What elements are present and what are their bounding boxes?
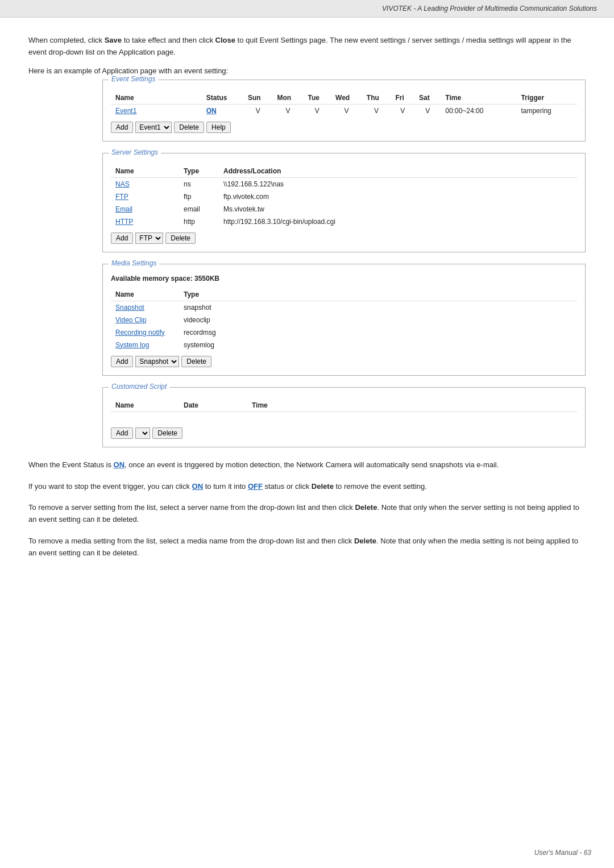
customized-script-title: Customized Script	[109, 383, 169, 391]
script-col-date: Date	[179, 399, 247, 412]
media-settings-title: Media Settings	[109, 259, 159, 267]
media-name-cell: Snapshot	[111, 301, 179, 314]
available-memory: Available memory space: 3550KB	[111, 275, 577, 283]
server-controls: Add FTP Delete	[111, 232, 577, 244]
media-settings-table: Name Type Snapshot snapshot Video Clip v…	[111, 288, 577, 351]
media-name-cell: System log	[111, 339, 179, 351]
media-name-cell: Video Clip	[111, 314, 179, 326]
server-type-cell: ns	[179, 177, 219, 190]
event-trigger-cell: tampering	[516, 104, 577, 117]
event-col-status: Status	[202, 92, 243, 105]
media-delete-button[interactable]: Delete	[181, 356, 211, 367]
media-col-name: Name	[111, 288, 179, 301]
server-name-cell: Email	[111, 203, 179, 215]
event-help-button[interactable]: Help	[206, 122, 231, 133]
server-select[interactable]: FTP	[135, 232, 163, 244]
server-name-cell: FTP	[111, 190, 179, 203]
event-mon-cell: V	[272, 104, 303, 117]
event-col-time: Time	[441, 92, 516, 105]
event-time-cell: 00:00~24:00	[441, 104, 516, 117]
media-select[interactable]: Snapshot	[135, 356, 179, 367]
media-col-type: Type	[179, 288, 577, 301]
server-settings-title: Server Settings	[109, 148, 161, 156]
server-settings-table: Name Type Address/Location NAS ns \\192.…	[111, 165, 577, 228]
server-address-cell: \\192.168.5.122\nas	[219, 177, 577, 190]
event-col-fri: Fri	[391, 92, 414, 105]
media-type-cell: snapshot	[179, 301, 577, 314]
event-name-cell: Event1	[111, 104, 202, 117]
media-type-cell: systemlog	[179, 339, 577, 351]
event-settings-table: Name Status Sun Mon Tue Wed Thu Fri Sat …	[111, 92, 577, 117]
event-thu-cell: V	[362, 104, 391, 117]
media-settings-panel: Media Settings Available memory space: 3…	[102, 264, 586, 376]
main-content: When completed, click Save to take effec…	[0, 18, 614, 605]
event-controls: Add Event1 Delete Help	[111, 122, 577, 133]
bottom-para3: To remove a server setting from the list…	[28, 501, 586, 526]
server-col-address: Address/Location	[219, 165, 577, 178]
event-settings-title: Event Settings	[109, 75, 158, 83]
server-col-type: Type	[179, 165, 219, 178]
script-add-button[interactable]: Add	[111, 427, 133, 439]
server-address-cell: ftp.vivotek.com	[219, 190, 577, 203]
event-sat-cell: V	[414, 104, 441, 117]
event-delete-button[interactable]: Delete	[174, 122, 204, 133]
server-name-cell: NAS	[111, 177, 179, 190]
server-name-link[interactable]: HTTP	[115, 218, 133, 226]
server-name-link[interactable]: NAS	[115, 180, 130, 188]
media-name-link[interactable]: System log	[115, 341, 149, 349]
server-type-cell: email	[179, 203, 219, 215]
media-name-link[interactable]: Video Clip	[115, 316, 146, 324]
bottom-para4: To remove a media setting from the list,…	[28, 535, 586, 559]
event-status-cell: ON	[202, 104, 243, 117]
server-name-link[interactable]: FTP	[115, 193, 128, 201]
event-col-sat: Sat	[414, 92, 441, 105]
media-table-row: Video Clip videoclip	[111, 314, 577, 326]
server-type-cell: http	[179, 215, 219, 228]
server-add-button[interactable]: Add	[111, 232, 133, 244]
status-on-link2[interactable]: ON	[192, 482, 204, 491]
media-name-link[interactable]: Snapshot	[115, 304, 144, 312]
event-col-tue: Tue	[304, 92, 331, 105]
intro-para1: When completed, click Save to take effec…	[28, 35, 586, 59]
server-col-name: Name	[111, 165, 179, 178]
media-table-row: Snapshot snapshot	[111, 301, 577, 314]
event-fri-cell: V	[391, 104, 414, 117]
server-table-row: FTP ftp ftp.vivotek.com	[111, 190, 577, 203]
server-delete-button[interactable]: Delete	[165, 232, 196, 244]
event-col-sun: Sun	[243, 92, 272, 105]
script-col-name: Name	[111, 399, 179, 412]
status-on-link1[interactable]: ON	[114, 460, 125, 469]
server-name-cell: HTTP	[111, 215, 179, 228]
media-name-cell: Recording notify	[111, 326, 179, 339]
script-controls: Add Delete	[111, 427, 577, 439]
status-off-link[interactable]: OFF	[248, 482, 263, 491]
bottom-para2: If you want to stop the event trigger, y…	[28, 480, 586, 492]
event-col-trigger: Trigger	[516, 92, 577, 105]
event-wed-cell: V	[331, 104, 362, 117]
event-add-button[interactable]: Add	[111, 122, 133, 133]
header-bar: VIVOTEK - A Leading Provider of Multimed…	[0, 0, 614, 18]
script-col-time: Time	[247, 399, 577, 412]
server-type-cell: ftp	[179, 190, 219, 203]
event-sun-cell: V	[243, 104, 272, 117]
media-add-button[interactable]: Add	[111, 356, 133, 367]
event-settings-panel: Event Settings Name Status Sun Mon Tue W…	[102, 80, 586, 142]
event-tue-cell: V	[304, 104, 331, 117]
header-tagline: VIVOTEK - A Leading Provider of Multimed…	[382, 5, 597, 13]
media-name-link[interactable]: Recording notify	[115, 329, 165, 337]
server-address-cell: Ms.vivotek.tw	[219, 203, 577, 215]
server-name-link[interactable]: Email	[115, 205, 132, 213]
server-address-cell: http://192.168.3.10/cgi-bin/upload.cgi	[219, 215, 577, 228]
script-delete-button[interactable]: Delete	[152, 427, 182, 439]
server-table-row: Email email Ms.vivotek.tw	[111, 203, 577, 215]
event-status-link[interactable]: ON	[206, 107, 217, 115]
event-select[interactable]: Event1	[135, 122, 172, 133]
media-table-row: Recording notify recordmsg	[111, 326, 577, 339]
media-controls: Add Snapshot Delete	[111, 356, 577, 367]
media-type-cell: videoclip	[179, 314, 577, 326]
script-select[interactable]	[135, 427, 150, 439]
event-settings-section: Event Settings Name Status Sun Mon Tue W…	[102, 80, 586, 448]
event-table-row: Event1 ON V V V V V V V 00:00~24:00 tamp…	[111, 104, 577, 117]
event-col-wed: Wed	[331, 92, 362, 105]
event-name-link[interactable]: Event1	[115, 107, 136, 115]
